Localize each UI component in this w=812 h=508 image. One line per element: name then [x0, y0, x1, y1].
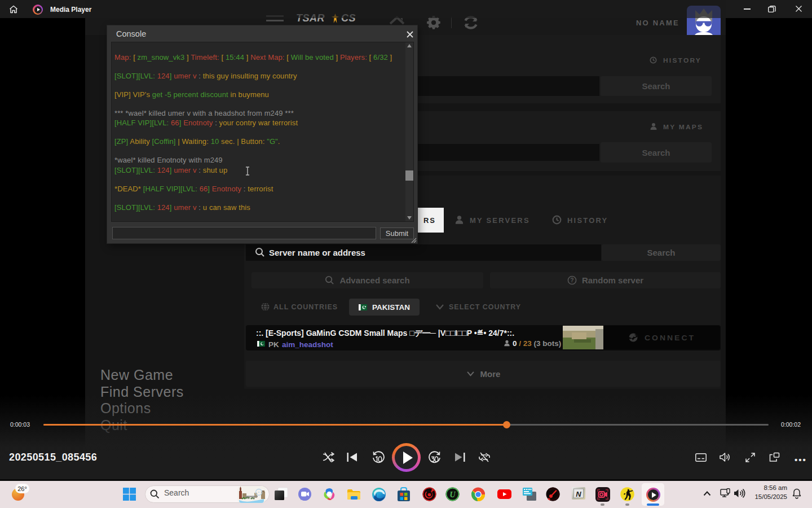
svg-text:?: ?	[570, 277, 573, 283]
svg-text:N: N	[576, 490, 581, 498]
svg-text:U: U	[449, 491, 456, 499]
